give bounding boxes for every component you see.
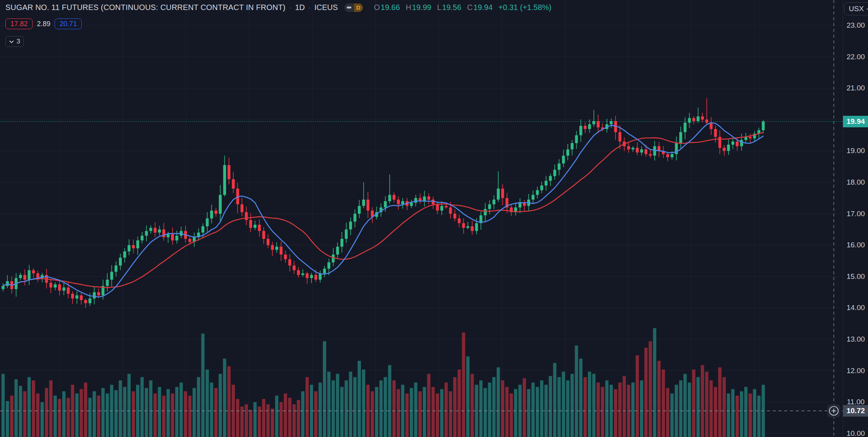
candle-body — [401, 201, 404, 204]
candle-body — [279, 247, 283, 254]
volume-bar — [293, 404, 296, 437]
candle-body — [23, 275, 27, 280]
candle-body — [545, 181, 548, 185]
candle-body — [540, 185, 543, 190]
volume-bar — [297, 400, 300, 437]
volume-bar — [453, 377, 457, 437]
candle-body — [71, 294, 74, 299]
volume-bar — [253, 402, 257, 437]
candle-body — [223, 165, 226, 195]
candle-body — [562, 156, 565, 163]
volume-bar — [223, 359, 226, 437]
candle-body — [80, 295, 83, 300]
timeframe-label: 1D — [295, 3, 305, 12]
candle-body — [19, 275, 22, 278]
candle-body — [619, 132, 622, 141]
candle-wick — [594, 110, 594, 127]
candle-body — [341, 239, 344, 247]
chart-app: SUGAR NO. 11 FUTURES (CONTINUOUS: CURREN… — [0, 0, 868, 437]
candle-body — [670, 154, 673, 157]
candle-body — [453, 214, 456, 218]
candle-body — [141, 236, 144, 240]
candle-body — [54, 284, 57, 287]
candle-body — [683, 123, 687, 132]
candle-body — [58, 284, 61, 290]
candle-body — [636, 148, 639, 152]
volume-bar — [588, 372, 591, 437]
price-axis[interactable]: 19.94 10.72 23.0022.0021.0019.0018.0017.… — [843, 0, 868, 437]
candle-body — [384, 201, 387, 207]
currency-unit-button[interactable]: USX — [844, 2, 868, 15]
volume-bar — [6, 401, 9, 437]
volume-bar — [106, 394, 109, 437]
volume-bar — [549, 376, 552, 437]
candle-body — [714, 129, 717, 137]
candle-body — [328, 262, 331, 269]
candle-body — [445, 206, 448, 207]
volume-bar — [132, 391, 135, 437]
price-axis-label: 14.00 — [843, 304, 868, 312]
candle-body — [271, 245, 274, 250]
candle-body — [349, 222, 352, 229]
candle-body — [632, 148, 635, 149]
volume-bar — [10, 395, 13, 437]
volume-bar — [206, 370, 209, 437]
candle-wick — [467, 222, 468, 229]
candle-wick — [602, 123, 603, 132]
separator-dot: · — [308, 3, 311, 12]
candle-body — [492, 200, 496, 204]
candle-body — [392, 195, 396, 200]
candle-body — [610, 121, 613, 124]
chevron-down-icon — [9, 38, 14, 45]
chart-canvas[interactable] — [0, 0, 868, 437]
candle-body — [423, 197, 426, 201]
candle-body — [249, 220, 252, 228]
volume-bar — [119, 380, 122, 437]
volume-bar — [540, 380, 544, 437]
indicator-high-value[interactable]: 20.71 — [55, 18, 82, 29]
volume-bar — [506, 387, 509, 437]
candle-body — [306, 274, 309, 278]
price-axis-label: 13.00 — [843, 335, 868, 344]
volume-bar — [97, 395, 100, 437]
candle-body — [323, 269, 326, 273]
candle-body — [88, 299, 91, 303]
volume-bar — [649, 341, 652, 437]
volume-bar — [249, 410, 253, 437]
volume-bar — [718, 367, 722, 437]
volume-bar — [666, 388, 670, 437]
candle-body — [679, 132, 682, 143]
volume-bar — [197, 377, 200, 437]
candle-body — [697, 117, 700, 121]
volume-bar — [145, 388, 148, 437]
delayed-data-badge[interactable]: D — [344, 3, 363, 12]
volume-bar — [392, 380, 396, 437]
volume-bar — [184, 391, 187, 437]
volume-bar — [45, 388, 48, 437]
symbol-title-row: SUGAR NO. 11 FUTURES (CONTINUOUS: CURREN… — [5, 3, 551, 12]
candle-body — [501, 188, 504, 198]
price-axis-label: 21.00 — [843, 84, 868, 92]
volume-bar — [371, 391, 374, 437]
indicator-low-value[interactable]: 17.82 — [5, 18, 33, 29]
volume-bar — [753, 389, 757, 437]
candle-body — [749, 137, 752, 138]
delayed-letter: D — [354, 3, 363, 12]
volume-bar — [358, 361, 361, 437]
volume-bar — [553, 363, 557, 437]
low-label: L — [437, 3, 441, 12]
volume-bar — [127, 374, 131, 437]
change-value: +0.31 (+1.58%) — [499, 3, 552, 12]
volume-bar — [36, 394, 40, 437]
volume-bar — [662, 370, 665, 437]
volume-bar — [614, 389, 617, 437]
volume-bar — [462, 332, 466, 437]
indicator-values-row: 17.82 2.89 20.71 — [5, 18, 82, 29]
chart-legend: SUGAR NO. 11 FUTURES (CONTINUOUS: CURREN… — [5, 3, 551, 12]
indicators-collapse-button[interactable]: 3 — [5, 36, 24, 47]
ohlc-values: O19.66 H19.99 L19.56 C19.94 +0.31 (+1.58… — [374, 3, 552, 12]
close-value: 19.94 — [474, 3, 493, 12]
volume-bar — [344, 380, 348, 437]
volume-bar — [375, 387, 379, 437]
candle-body — [167, 234, 170, 237]
